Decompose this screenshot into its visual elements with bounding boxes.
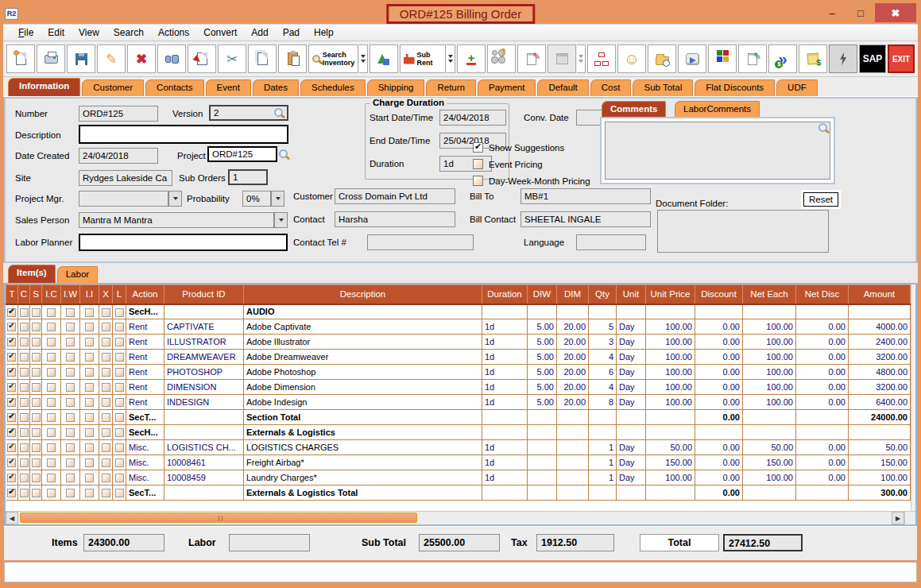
table-row[interactable]: RentCAPTIVATEAdobe Captivate1d5.0020.005… [6,319,911,335]
menu-view[interactable]: View [72,25,106,40]
cell-netdisc[interactable]: 0.00 [796,455,849,470]
cell-net[interactable] [743,304,796,319]
row-checkbox-c[interactable] [20,489,29,497]
cell-unit[interactable]: Day [617,470,646,485]
cell-action[interactable]: Rent [126,350,164,365]
cell-unit[interactable] [617,425,646,440]
customer-field[interactable]: Cross Domain Pvt Ltd [335,188,455,204]
cell-unit[interactable]: Day [617,455,646,470]
edit-button[interactable]: ✎ [97,44,126,73]
cell-qty[interactable] [589,425,617,440]
row-checkbox-i.i[interactable] [85,383,94,392]
cell-diw[interactable] [528,425,557,440]
cell-qty[interactable]: 3 [589,335,617,350]
cell-disc[interactable]: 0.00 [695,470,743,485]
row-checkbox-l[interactable] [115,443,124,452]
cell-disc[interactable]: 0.00 [695,365,743,380]
table-row[interactable]: RentPHOTOSHOPAdobe Photoshop1d5.0020.006… [6,365,911,380]
cell-action[interactable]: Rent [126,395,164,410]
cell-disc[interactable]: 0.00 [695,350,743,365]
row-checkbox-t[interactable] [7,443,16,452]
checkbox-day-week-month-pricing[interactable] [473,176,483,186]
row-checkbox-i.c[interactable] [47,474,56,482]
row-checkbox-x[interactable] [102,308,110,317]
row-checkbox-s[interactable] [32,428,41,437]
row-checkbox-t[interactable] [7,308,16,317]
row-checkbox-s[interactable] [32,308,41,317]
cell-action[interactable]: Rent [126,335,164,350]
tab-laborcomments[interactable]: LaborComments [675,101,760,117]
menu-pad[interactable]: Pad [276,25,307,40]
row-checkbox-i.w[interactable] [66,353,75,362]
cell-net[interactable]: 150.00 [743,455,796,470]
exit-button[interactable]: EXIT [888,44,915,73]
scroll-right-button[interactable]: ▶ [892,512,904,524]
new-order-button[interactable] [6,44,35,73]
tab-default[interactable]: Default [537,79,588,96]
row-checkbox-i.w[interactable] [66,323,75,331]
cell-unit[interactable]: Day [617,395,646,410]
cell-dim[interactable]: 20.00 [557,350,589,365]
column-header-unit-price[interactable]: Unit Price [646,285,695,304]
table-row[interactable]: SecT...Section Total0.0024000.00 [6,410,911,425]
reset-button[interactable]: Reset [803,192,838,207]
cell-dim[interactable] [557,425,589,440]
cell-dur[interactable]: 1d [482,365,528,380]
row-checkbox-c[interactable] [20,428,29,437]
cell-diw[interactable]: 5.00 [528,319,557,335]
column-header-l[interactable]: L [113,285,126,304]
tab-schedules[interactable]: Schedules [300,79,366,96]
notes-button[interactable]: ✎ [517,44,546,73]
contacts-button[interactable]: ☺ [617,44,646,73]
cell-action[interactable]: Rent [126,380,164,395]
table-row[interactable]: Misc.10008461Freight Airbag*1d1Day150.00… [6,455,911,470]
cell-net[interactable]: 100.00 [743,319,796,335]
row-checkbox-x[interactable] [102,458,110,467]
cell-product[interactable] [164,410,244,425]
row-checkbox-i.c[interactable] [47,308,56,317]
column-header-discount[interactable]: Discount [695,285,743,304]
cell-qty[interactable]: 1 [589,470,617,485]
comments-lookup-icon[interactable] [818,123,827,132]
checkbox-show-suggestions[interactable] [473,142,483,153]
row-checkbox-i.w[interactable] [66,489,75,497]
cell-unit[interactable]: Day [617,350,646,365]
cell-price[interactable] [646,410,695,425]
cell-disc[interactable]: 0.00 [695,455,743,470]
cell-dim[interactable] [557,485,589,501]
cell-amount[interactable]: 100.00 [849,470,911,485]
cell-amount[interactable]: 50.00 [849,440,911,455]
calendar-button[interactable] [548,44,576,73]
column-header-diw[interactable]: DIW [528,285,557,304]
cell-net[interactable]: 100.00 [743,365,796,380]
row-checkbox-t[interactable] [7,489,16,497]
cell-price[interactable]: 100.00 [646,350,695,365]
cell-price[interactable]: 100.00 [646,380,695,395]
cell-desc[interactable]: Adobe Dimension [244,380,482,395]
cell-unit[interactable]: Day [617,440,646,455]
scroll-left-button[interactable]: ◀ [6,512,18,524]
cell-dur[interactable]: 1d [482,335,528,350]
column-header-action[interactable]: Action [126,285,164,304]
row-checkbox-i.i[interactable] [85,353,94,362]
column-header-i.c[interactable]: I.C [42,285,61,304]
cell-amount[interactable]: 3200.00 [849,380,911,395]
cell-amount[interactable]: 150.00 [849,455,911,470]
number-field[interactable]: ORD#125 [79,106,158,122]
cell-product[interactable]: INDESIGN [164,395,244,410]
row-checkbox-t[interactable] [7,428,16,437]
cell-product[interactable]: DIMENSION [164,380,244,395]
tab-payment[interactable]: Payment [478,79,536,96]
row-checkbox-l[interactable] [115,368,124,377]
table-row[interactable]: RentDIMENSIONAdobe Dimension1d5.0020.004… [6,380,911,395]
sub-rent-dropdown[interactable] [447,44,455,73]
menu-actions[interactable]: Actions [151,25,196,40]
cell-unit[interactable] [617,304,646,319]
language-field[interactable] [576,234,646,250]
row-checkbox-x[interactable] [102,443,110,452]
search-inventory-button[interactable]: Search Inventory [308,44,358,73]
hscroll-thumb[interactable] [20,513,417,523]
cell-unit[interactable] [617,410,646,425]
column-header-description[interactable]: Description [244,285,482,304]
contact-tel-field[interactable] [367,234,474,250]
